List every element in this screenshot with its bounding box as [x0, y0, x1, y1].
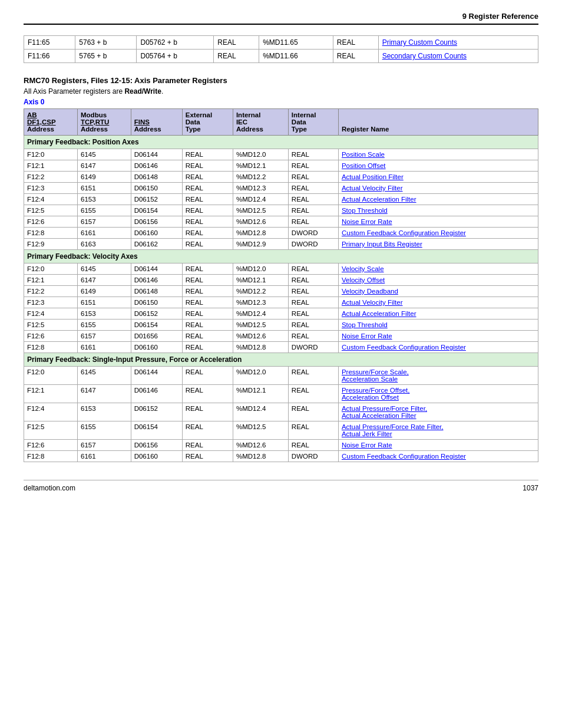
register-name-link[interactable]: Velocity Scale: [342, 265, 384, 272]
register-name-link[interactable]: Custom Feedback Configuration Register: [342, 229, 466, 236]
header-title: 9 Register Reference: [462, 12, 538, 21]
register-name-link[interactable]: Custom Feedback Configuration Register: [342, 344, 466, 351]
main-registers-table: AB DF1,CSP Address Modbus TCP,RTU Addres…: [24, 108, 538, 462]
register-name-link[interactable]: Custom Feedback Configuration Register: [342, 453, 466, 460]
group-header-row: Primary Feedback: Velocity Axes: [24, 250, 538, 263]
table-row: F12:36151D06150REAL%MD12.3REALActual Vel…: [24, 183, 538, 194]
register-link[interactable]: Primary Custom Counts: [382, 38, 457, 47]
register-name-link[interactable]: Stop Threshold: [342, 321, 388, 328]
section-desc: All Axis Parameter registers are Read/Wr…: [24, 87, 538, 95]
register-name-link[interactable]: Noise Error Rate: [342, 332, 392, 340]
register-name-link[interactable]: Actual Pressure/Force Filter,Actual Acce…: [342, 405, 427, 419]
page-header: 9 Register Reference: [24, 12, 538, 25]
table-row: F12:56155D06154REAL%MD12.5REALStop Thres…: [24, 205, 538, 216]
table-row: F12:56155D06154REAL%MD12.5REALActual Pre…: [24, 421, 538, 440]
table-row: F12:06145D06144REAL%MD12.0REALPosition S…: [24, 149, 538, 160]
group-header-row: Primary Feedback: Single-Input Pressure,…: [24, 353, 538, 367]
footer-page: 1037: [523, 484, 538, 492]
register-name-link[interactable]: Stop Threshold: [342, 207, 388, 214]
table-row: F12:06145D06144REAL%MD12.0REALPressure/F…: [24, 367, 538, 385]
top-reference-table: F11:655763 + bD05762 + bREAL%MD11.65REAL…: [24, 35, 538, 63]
register-name-link[interactable]: Actual Acceleration Filter: [342, 196, 416, 203]
col-header-int-iec: Internal IEC Address: [233, 109, 288, 136]
register-name-link[interactable]: Position Offset: [342, 162, 386, 169]
top-table-row: F11:665765 + bD05764 + bREAL%MD11.66REAL…: [24, 50, 538, 63]
register-name-link[interactable]: Primary Input Bits Register: [342, 241, 422, 248]
table-row: F12:66157D06156REAL%MD12.6REALNoise Erro…: [24, 440, 538, 451]
table-row: F12:16147D06146REAL%MD12.1REALVelocity O…: [24, 275, 538, 286]
table-row: F12:66157D01656REAL%MD12.6REALNoise Erro…: [24, 331, 538, 342]
footer-website: deltamotion.com: [24, 484, 75, 492]
register-name-link[interactable]: Actual Velocity Filter: [342, 185, 403, 192]
register-name-link[interactable]: Pressure/Force Scale,Acceleration Scale: [342, 368, 409, 383]
register-name-link[interactable]: Noise Error Rate: [342, 442, 392, 449]
table-row: F12:86161D06160REAL%MD12.8DWORDCustom Fe…: [24, 451, 538, 462]
col-header-fins: FINS Address: [131, 109, 182, 136]
register-link[interactable]: Secondary Custom Counts: [382, 52, 467, 60]
col-header-ext-data: External Data Type: [182, 109, 233, 136]
table-row: F12:46153D06152REAL%MD12.4REALActual Acc…: [24, 194, 538, 205]
register-name-link[interactable]: Actual Velocity Filter: [342, 299, 403, 306]
register-name-link[interactable]: Actual Position Filter: [342, 173, 404, 180]
table-row: F12:46153D06152REAL%MD12.4REALActual Acc…: [24, 308, 538, 319]
register-name-link[interactable]: Position Scale: [342, 151, 385, 158]
col-header-modbus: Modbus TCP,RTU Address: [78, 109, 131, 136]
table-row: F12:36151D06150REAL%MD12.3REALActual Vel…: [24, 297, 538, 308]
register-name-link[interactable]: Actual Pressure/Force Rate Filter,Actual…: [342, 423, 444, 437]
page-footer: deltamotion.com 1037: [24, 480, 538, 492]
register-name-link[interactable]: Velocity Deadband: [342, 288, 398, 295]
group-header-row: Primary Feedback: Position Axes: [24, 136, 538, 149]
table-row: F12:06145D06144REAL%MD12.0REALVelocity S…: [24, 263, 538, 275]
table-row: F12:66157D06156REAL%MD12.6REALNoise Erro…: [24, 216, 538, 228]
section-title: RMC70 Registers, Files 12-15: Axis Param…: [24, 76, 538, 85]
table-row: F12:26149D06148REAL%MD12.2REALVelocity D…: [24, 286, 538, 297]
register-name-link[interactable]: Noise Error Rate: [342, 218, 392, 225]
table-row: F12:96163D06162REAL%MD12.9DWORDPrimary I…: [24, 239, 538, 250]
table-row: F12:56155D06154REAL%MD12.5REALStop Thres…: [24, 319, 538, 331]
table-row: F12:16147D06146REAL%MD12.1REALPressure/F…: [24, 385, 538, 403]
register-name-link[interactable]: Pressure/Force Offset,Acceleration Offse…: [342, 387, 409, 401]
table-row: F12:86161D06160REAL%MD12.8DWORDCustom Fe…: [24, 228, 538, 239]
col-header-reg-name: Register Name: [338, 109, 538, 136]
table-row: F12:86161D06160REAL%MD12.8DWORDCustom Fe…: [24, 342, 538, 353]
register-name-link[interactable]: Actual Acceleration Filter: [342, 310, 416, 317]
col-header-int-data: Internal Data Type: [288, 109, 338, 136]
table-row: F12:26149D06148REAL%MD12.2REALActual Pos…: [24, 172, 538, 183]
table-row: F12:16147D06146REAL%MD12.1REALPosition O…: [24, 160, 538, 172]
table-row: F12:46153D06152REAL%MD12.4REALActual Pre…: [24, 403, 538, 421]
register-name-link[interactable]: Velocity Offset: [342, 276, 385, 284]
axis-label: Axis 0: [24, 98, 538, 106]
top-table-row: F11:655763 + bD05762 + bREAL%MD11.65REAL…: [24, 36, 538, 50]
col-header-ab: AB DF1,CSP Address: [24, 109, 78, 136]
